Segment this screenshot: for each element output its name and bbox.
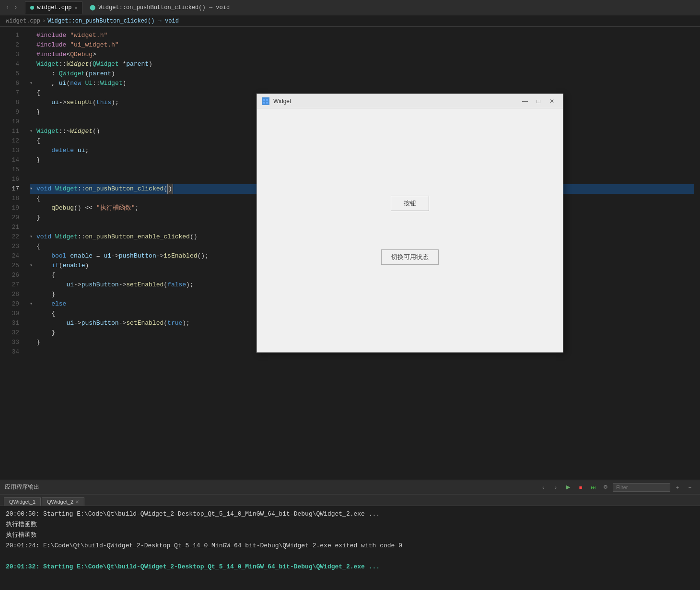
ln-26: 26 — [0, 271, 19, 280]
ln-2: 2 — [0, 40, 19, 50]
ln-22: 22 — [0, 232, 19, 242]
ln-18: 18 — [0, 194, 19, 203]
output-stop-button[interactable]: ■ — [575, 483, 586, 492]
ln-25: 25 — [0, 261, 19, 271]
output-step-button[interactable]: ⏭ — [588, 483, 598, 492]
output-remove-button[interactable]: − — [685, 483, 695, 492]
tab-function-icon: ⬤ — [90, 4, 95, 11]
window-minimize-button[interactable]: — — [519, 96, 531, 106]
output-line-2: 执行槽函数 — [6, 519, 694, 530]
ln-8: 8 — [0, 98, 19, 107]
line-numbers: 1 2 3 4 5 6 7 8 9 10 11 12 13 14 15 16 1… — [0, 27, 24, 480]
widget-preview-window: Widget — □ ✕ 按钮 切换可用状态 — [257, 94, 563, 353]
ln-6: 6 — [0, 79, 19, 88]
cpp-file-icon — [30, 6, 34, 10]
ln-29: 29 — [0, 299, 19, 309]
widget-body: 按钮 切换可用状态 — [257, 108, 563, 352]
ln-4: 4 — [0, 59, 19, 69]
output-content: 20:00:50: Starting E:\Code\Qt\build-QWid… — [0, 506, 700, 590]
output-panel: 应用程序输出 ‹ › ▶ ■ ⏭ ⚙ + − QWidget_1 QWidget… — [0, 480, 700, 590]
code-line-1: #include "widget.h" — [30, 31, 694, 40]
svg-rect-0 — [263, 99, 265, 101]
output-line-4: 20:01:24: E:\Code\Qt\build-QWidget_2-Des… — [6, 541, 694, 551]
ln-24: 24 — [0, 251, 19, 261]
output-next-button[interactable]: › — [550, 483, 561, 492]
output-settings-button[interactable]: ⚙ — [600, 483, 611, 492]
tab-bar: ‹ › widget.cpp ✕ ⬤ Widget::on_pushButton… — [0, 0, 700, 15]
window-controls: — □ ✕ — [519, 96, 558, 106]
tab-close-widget-cpp[interactable]: ✕ — [74, 5, 77, 11]
ln-1: 1 — [0, 31, 19, 40]
svg-rect-2 — [263, 102, 265, 104]
tab-widget-cpp[interactable]: widget.cpp ✕ — [25, 1, 82, 14]
ln-3: 3 — [0, 50, 19, 59]
breadcrumb-func: Widget::on_pushButton_clicked() → void — [47, 18, 179, 24]
svg-rect-3 — [266, 102, 268, 104]
output-tab-qwidget1-label: QWidget_1 — [9, 499, 35, 505]
code-line-5: : QWidget(parent) — [30, 69, 694, 79]
nav-back[interactable]: ‹ — [4, 3, 11, 12]
code-line-4: Widget::Widget(QWidget *parent) — [30, 59, 694, 69]
ln-9: 9 — [0, 107, 19, 117]
ln-7: 7 — [0, 88, 19, 98]
breadcrumb-arrow: › — [42, 18, 46, 24]
ln-11: 11 — [0, 127, 19, 136]
ln-14: 14 — [0, 155, 19, 165]
output-filter-input[interactable] — [613, 483, 670, 492]
ln-10: 10 — [0, 117, 19, 127]
ln-32: 32 — [0, 328, 19, 338]
nav-arrows: ‹ › — [4, 3, 19, 12]
ln-13: 13 — [0, 146, 19, 155]
ln-27: 27 — [0, 280, 19, 290]
ln-30: 30 — [0, 309, 19, 319]
output-controls: ‹ › ▶ ■ ⏭ ⚙ + − — [538, 483, 695, 492]
output-tabs: QWidget_1 QWidget_2 ✕ — [0, 495, 700, 506]
widget-title: Widget — [273, 98, 515, 105]
ln-17: 17 — [0, 184, 19, 194]
ln-33: 33 — [0, 338, 19, 347]
widget-titlebar: Widget — □ ✕ — [257, 94, 563, 108]
code-line-2: #include "ui_widget.h" — [30, 40, 694, 50]
output-line-5 — [6, 551, 694, 562]
ln-5: 5 — [0, 69, 19, 79]
ln-28: 28 — [0, 290, 19, 299]
code-line-3: #include<QDebug> — [30, 50, 694, 59]
ln-16: 16 — [0, 175, 19, 184]
widget-app-icon — [262, 97, 269, 105]
tab-function[interactable]: ⬤ Widget::on_pushButton_clicked() → void — [84, 1, 235, 14]
output-tab-qwidget2[interactable]: QWidget_2 ✕ — [42, 497, 84, 506]
breadcrumb: widget.cpp › Widget::on_pushButton_click… — [0, 15, 700, 27]
svg-rect-1 — [266, 99, 268, 101]
ln-21: 21 — [0, 223, 19, 232]
output-tab-qwidget2-label: QWidget_2 — [47, 499, 73, 505]
tab-widget-cpp-label: widget.cpp — [37, 4, 71, 11]
output-tab-qwidget2-close[interactable]: ✕ — [75, 499, 79, 505]
output-play-button[interactable]: ▶ — [563, 483, 573, 492]
output-line-1: 20:00:50: Starting E:\Code\Qt\build-QWid… — [6, 509, 694, 519]
output-line-3: 执行槽函数 — [6, 530, 694, 541]
push-button-1[interactable]: 按钮 — [391, 196, 429, 211]
output-line-6: 20:01:32: Starting E:\Code\Qt\build-QWid… — [6, 562, 694, 572]
output-add-button[interactable]: + — [672, 483, 683, 492]
nav-forward[interactable]: › — [12, 3, 19, 12]
ln-15: 15 — [0, 165, 19, 175]
ln-20: 20 — [0, 213, 19, 223]
ln-19: 19 — [0, 203, 19, 213]
push-button-enable[interactable]: 切换可用状态 — [381, 249, 439, 265]
window-maximize-button[interactable]: □ — [532, 96, 545, 106]
output-toolbar: 应用程序输出 ‹ › ▶ ■ ⏭ ⚙ + − — [0, 480, 700, 495]
tab-function-label: Widget::on_pushButton_clicked() → void — [98, 4, 230, 11]
ln-31: 31 — [0, 319, 19, 328]
code-line-6: ▾ , ui(new Ui::Widget) — [30, 79, 694, 88]
output-tab-qwidget1[interactable]: QWidget_1 — [4, 497, 41, 506]
output-title: 应用程序输出 — [5, 483, 39, 491]
ln-34: 34 — [0, 347, 19, 357]
ln-23: 23 — [0, 242, 19, 251]
output-prev-button[interactable]: ‹ — [538, 483, 548, 492]
breadcrumb-file: widget.cpp — [6, 18, 40, 24]
window-close-button[interactable]: ✕ — [546, 96, 558, 106]
ln-12: 12 — [0, 136, 19, 146]
